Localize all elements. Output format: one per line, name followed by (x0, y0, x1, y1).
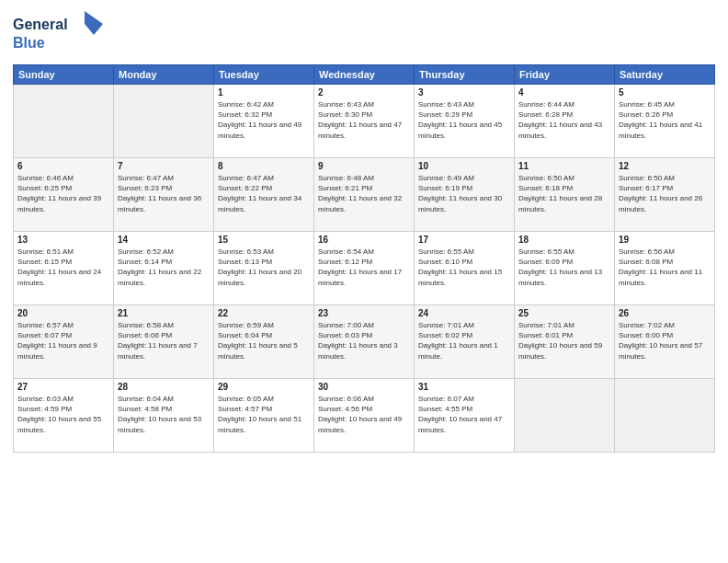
day-info: Sunrise: 6:05 AM Sunset: 4:57 PM Dayligh… (218, 394, 310, 435)
day-info: Sunrise: 6:43 AM Sunset: 6:29 PM Dayligh… (418, 99, 510, 141)
week-row-2: 13 Sunrise: 6:51 AM Sunset: 6:15 PM Dayl… (14, 232, 715, 305)
header-row: SundayMondayTuesdayWednesdayThursdayFrid… (14, 65, 715, 85)
svg-text:Blue: Blue (13, 35, 45, 51)
week-row-3: 20 Sunrise: 6:57 AM Sunset: 6:07 PM Dayl… (14, 305, 715, 379)
calendar-cell: 11 Sunrise: 6:50 AM Sunset: 6:18 PM Dayl… (515, 158, 615, 232)
day-number: 25 (518, 308, 610, 318)
calendar-cell: 12 Sunrise: 6:50 AM Sunset: 6:17 PM Dayl… (615, 158, 715, 232)
day-info: Sunrise: 6:58 AM Sunset: 6:06 PM Dayligh… (118, 320, 210, 362)
day-number: 21 (118, 308, 210, 318)
calendar-cell: 25 Sunrise: 7:01 AM Sunset: 6:01 PM Dayl… (515, 305, 615, 379)
header-day-sunday: Sunday (14, 65, 114, 85)
calendar-cell: 13 Sunrise: 6:51 AM Sunset: 6:15 PM Dayl… (14, 232, 114, 305)
day-number: 20 (17, 308, 109, 318)
day-number: 29 (218, 382, 310, 392)
calendar-cell: 8 Sunrise: 6:47 AM Sunset: 6:22 PM Dayli… (214, 158, 314, 232)
day-number: 18 (518, 235, 610, 245)
header-day-wednesday: Wednesday (314, 65, 415, 85)
day-number: 3 (418, 87, 510, 98)
logo-area: General Blue (13, 9, 114, 57)
day-number: 24 (418, 308, 510, 318)
day-info: Sunrise: 6:49 AM Sunset: 6:19 PM Dayligh… (418, 173, 510, 214)
calendar-cell: 27 Sunrise: 6:03 AM Sunset: 4:59 PM Dayl… (14, 379, 114, 453)
day-info: Sunrise: 6:54 AM Sunset: 6:12 PM Dayligh… (318, 247, 410, 288)
day-info: Sunrise: 6:53 AM Sunset: 6:13 PM Dayligh… (218, 247, 310, 288)
calendar-cell: 5 Sunrise: 6:45 AM Sunset: 6:26 PM Dayli… (615, 85, 715, 158)
calendar-cell: 22 Sunrise: 6:59 AM Sunset: 6:04 PM Dayl… (214, 305, 314, 379)
day-number: 9 (318, 161, 410, 171)
day-info: Sunrise: 6:48 AM Sunset: 6:21 PM Dayligh… (318, 173, 410, 214)
day-info: Sunrise: 6:50 AM Sunset: 6:18 PM Dayligh… (518, 173, 610, 214)
calendar-cell: 28 Sunrise: 6:04 AM Sunset: 4:58 PM Dayl… (114, 379, 214, 453)
calendar-cell (14, 85, 114, 158)
calendar-cell (515, 379, 615, 453)
day-number: 23 (318, 308, 410, 318)
day-number: 31 (418, 382, 510, 392)
calendar-cell: 10 Sunrise: 6:49 AM Sunset: 6:19 PM Dayl… (415, 158, 515, 232)
calendar-cell: 4 Sunrise: 6:44 AM Sunset: 6:28 PM Dayli… (515, 85, 615, 158)
day-info: Sunrise: 7:02 AM Sunset: 6:00 PM Dayligh… (619, 320, 711, 362)
svg-marker-2 (85, 24, 103, 35)
day-number: 14 (118, 235, 210, 245)
day-number: 12 (619, 161, 711, 171)
day-number: 4 (518, 87, 610, 98)
day-number: 6 (17, 161, 109, 171)
calendar-cell (615, 379, 715, 453)
calendar-cell: 9 Sunrise: 6:48 AM Sunset: 6:21 PM Dayli… (314, 158, 415, 232)
day-number: 5 (619, 87, 711, 98)
header-day-tuesday: Tuesday (214, 65, 314, 85)
header: General Blue (13, 9, 715, 57)
calendar-table: SundayMondayTuesdayWednesdayThursdayFrid… (13, 64, 715, 453)
day-info: Sunrise: 6:45 AM Sunset: 6:26 PM Dayligh… (619, 99, 711, 141)
day-number: 13 (17, 235, 109, 245)
day-number: 28 (118, 382, 210, 392)
day-info: Sunrise: 6:59 AM Sunset: 6:04 PM Dayligh… (218, 320, 310, 362)
day-number: 2 (318, 87, 410, 98)
day-number: 7 (118, 161, 210, 171)
header-day-thursday: Thursday (415, 65, 515, 85)
calendar-cell: 30 Sunrise: 6:06 AM Sunset: 4:56 PM Dayl… (314, 379, 415, 453)
day-number: 17 (418, 235, 510, 245)
day-info: Sunrise: 7:00 AM Sunset: 6:03 PM Dayligh… (318, 320, 410, 362)
day-info: Sunrise: 7:01 AM Sunset: 6:01 PM Dayligh… (518, 320, 610, 362)
day-info: Sunrise: 6:06 AM Sunset: 4:56 PM Dayligh… (318, 394, 410, 435)
day-number: 19 (619, 235, 711, 245)
day-info: Sunrise: 6:47 AM Sunset: 6:22 PM Dayligh… (218, 173, 310, 214)
svg-marker-1 (85, 11, 103, 24)
day-info: Sunrise: 6:47 AM Sunset: 6:23 PM Dayligh… (118, 173, 210, 214)
calendar-cell: 3 Sunrise: 6:43 AM Sunset: 6:29 PM Dayli… (415, 85, 515, 158)
day-number: 22 (218, 308, 310, 318)
calendar-cell: 6 Sunrise: 6:46 AM Sunset: 6:25 PM Dayli… (14, 158, 114, 232)
day-info: Sunrise: 6:50 AM Sunset: 6:17 PM Dayligh… (619, 173, 711, 214)
calendar-cell: 17 Sunrise: 6:55 AM Sunset: 6:10 PM Dayl… (415, 232, 515, 305)
day-number: 1 (218, 87, 310, 98)
day-info: Sunrise: 6:55 AM Sunset: 6:10 PM Dayligh… (418, 247, 510, 288)
day-info: Sunrise: 6:55 AM Sunset: 6:09 PM Dayligh… (518, 247, 610, 288)
day-number: 30 (318, 382, 410, 392)
day-info: Sunrise: 6:52 AM Sunset: 6:14 PM Dayligh… (118, 247, 210, 288)
day-number: 15 (218, 235, 310, 245)
day-number: 16 (318, 235, 410, 245)
day-number: 11 (518, 161, 610, 171)
calendar-cell: 14 Sunrise: 6:52 AM Sunset: 6:14 PM Dayl… (114, 232, 214, 305)
day-info: Sunrise: 7:01 AM Sunset: 6:02 PM Dayligh… (418, 320, 510, 362)
calendar-cell: 26 Sunrise: 7:02 AM Sunset: 6:00 PM Dayl… (615, 305, 715, 379)
calendar-cell: 15 Sunrise: 6:53 AM Sunset: 6:13 PM Dayl… (214, 232, 314, 305)
day-number: 27 (17, 382, 109, 392)
day-number: 8 (218, 161, 310, 171)
calendar-cell: 19 Sunrise: 6:56 AM Sunset: 6:08 PM Dayl… (615, 232, 715, 305)
calendar-cell: 24 Sunrise: 7:01 AM Sunset: 6:02 PM Dayl… (415, 305, 515, 379)
day-info: Sunrise: 6:04 AM Sunset: 4:58 PM Dayligh… (118, 394, 210, 435)
calendar-cell: 1 Sunrise: 6:42 AM Sunset: 6:32 PM Dayli… (214, 85, 314, 158)
calendar-cell (114, 85, 214, 158)
day-info: Sunrise: 6:42 AM Sunset: 6:32 PM Dayligh… (218, 99, 310, 141)
calendar-cell: 7 Sunrise: 6:47 AM Sunset: 6:23 PM Dayli… (114, 158, 214, 232)
week-row-4: 27 Sunrise: 6:03 AM Sunset: 4:59 PM Dayl… (14, 379, 715, 453)
day-number: 26 (619, 308, 711, 318)
day-info: Sunrise: 6:51 AM Sunset: 6:15 PM Dayligh… (17, 247, 109, 288)
calendar-cell: 31 Sunrise: 6:07 AM Sunset: 4:55 PM Dayl… (415, 379, 515, 453)
calendar-cell: 2 Sunrise: 6:43 AM Sunset: 6:30 PM Dayli… (314, 85, 415, 158)
page: General Blue SundayMondayTuesdayWednesda… (0, 0, 728, 563)
day-info: Sunrise: 6:57 AM Sunset: 6:07 PM Dayligh… (17, 320, 109, 362)
day-info: Sunrise: 6:03 AM Sunset: 4:59 PM Dayligh… (17, 394, 109, 435)
